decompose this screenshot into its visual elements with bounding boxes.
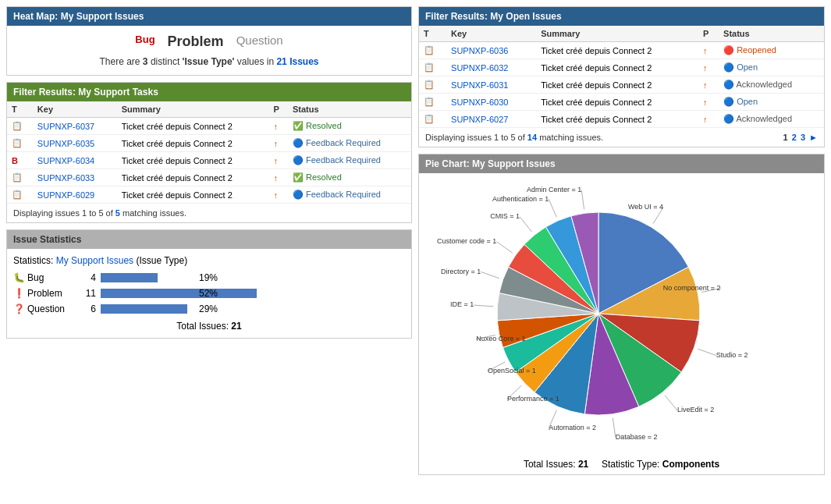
tasks-table: T Key Summary P Status 📋 SUPNXP-6037 Tic… <box>7 101 411 204</box>
row-type-icon: 📋 <box>419 42 446 59</box>
row-type-icon: 📋 <box>419 94 446 111</box>
pie-chart-header: Pie Chart: My Support Issues <box>419 154 824 173</box>
row-priority: ↑ <box>268 169 287 186</box>
row-status: ✅ Resolved <box>288 169 411 186</box>
pie-label: Web UI = 4 <box>628 203 663 211</box>
tasks-table-header-row: T Key Summary P Status <box>7 101 411 118</box>
issue-type-count: 3 <box>143 56 148 67</box>
heatmap-description: There are 3 distinct 'Issue Type' values… <box>15 56 403 67</box>
open-issues-total-link[interactable]: 14 <box>527 133 537 142</box>
row-key[interactable]: SUPNXP-6035 <box>33 135 117 152</box>
row-key[interactable]: SUPNXP-6027 <box>446 111 536 128</box>
table-row: B SUPNXP-6034 Ticket créé depuis Connect… <box>7 152 411 169</box>
row-summary: Ticket créé depuis Connect 2 <box>117 186 269 204</box>
row-status: 🔵 Feedback Required <box>288 186 411 204</box>
pie-label: Authentication = 1 <box>492 195 548 203</box>
open-issues-body: 📋 SUPNXP-6036 Ticket créé depuis Connect… <box>419 42 824 128</box>
row-type-icon: 📋 <box>7 169 33 186</box>
row-priority: ↑ <box>268 152 287 169</box>
row-type-icon: 📋 <box>419 59 446 76</box>
pie-label: Studio = 2 <box>716 351 748 359</box>
table-row: 📋 SUPNXP-6027 Ticket créé depuis Connect… <box>419 111 824 128</box>
stat-count: 4 <box>80 272 96 283</box>
stats-type-text: (Issue Type) <box>136 255 187 266</box>
row-priority: ↑ <box>698 111 719 128</box>
stat-type-name: Problem <box>27 288 62 299</box>
row-key[interactable]: SUPNXP-6034 <box>33 152 117 169</box>
open-issues-panel: Filter Results: My Open Issues T Key Sum… <box>418 6 825 147</box>
pie-label: CMIS = 1 <box>490 212 520 220</box>
col-type: T <box>7 101 33 118</box>
row-key[interactable]: SUPNXP-6037 <box>33 118 117 135</box>
row-key[interactable]: SUPNXP-6032 <box>446 59 536 76</box>
table-row: 📋 SUPNXP-6029 Ticket créé depuis Connect… <box>7 186 411 204</box>
row-priority: ↑ <box>698 76 719 94</box>
stat-bar <box>101 304 187 314</box>
stat-bar-container <box>101 273 194 282</box>
row-priority: ↑ <box>698 42 719 59</box>
heatmap-issues-link[interactable]: 21 Issues <box>276 56 318 67</box>
page-2-link[interactable]: 2 <box>792 133 797 142</box>
row-status: 🔵 Feedback Required <box>288 135 411 152</box>
stats-issues-link[interactable]: My Support Issues <box>56 255 133 266</box>
heatmap-header: Heat Map: My Support Issues <box>7 7 411 26</box>
pie-chart-panel: Pie Chart: My Support Issues Web UI = 4N… <box>418 154 825 475</box>
issue-type-display: Bug Problem Question <box>15 34 403 50</box>
row-key[interactable]: SUPNXP-6036 <box>446 42 536 59</box>
svg-line-9 <box>474 305 493 307</box>
oi-col-key: Key <box>446 26 536 42</box>
row-summary: Ticket créé depuis Connect 2 <box>536 76 698 94</box>
row-summary: Ticket créé depuis Connect 2 <box>536 111 698 128</box>
row-summary: Ticket créé depuis Connect 2 <box>117 152 269 169</box>
problem-icon: ❗ <box>13 288 25 299</box>
stats-total-label: Total Issues: <box>176 321 229 332</box>
page-3-link[interactable]: 3 <box>801 133 805 142</box>
row-status: 🔵 Open <box>719 59 824 76</box>
stat-label: ❓ Question <box>13 303 76 314</box>
issue-type-bold: 'Issue Type' <box>183 56 235 67</box>
open-issues-footer: Displaying issues 1 to 5 of 14 matching … <box>419 128 824 147</box>
svg-line-2 <box>698 349 716 355</box>
row-key[interactable]: SUPNXP-6029 <box>33 186 117 204</box>
row-key[interactable]: SUPNXP-6031 <box>446 76 536 94</box>
table-row: 📋 SUPNXP-6036 Ticket créé depuis Connect… <box>419 42 824 59</box>
row-type-icon: 📋 <box>419 111 446 128</box>
pie-label: Nuxeo Core = 1 <box>476 335 525 343</box>
stat-bar-container <box>101 289 194 298</box>
tasks-total-link[interactable]: 5 <box>115 208 120 218</box>
row-status: 🔵 Acknowledged <box>719 76 824 94</box>
statistics-subtitle: Statistics: My Support Issues (Issue Typ… <box>13 255 405 266</box>
tasks-panel: Filter Results: My Support Tasks T Key S… <box>6 82 412 223</box>
svg-line-14 <box>581 190 584 209</box>
col-status: Status <box>288 101 411 118</box>
row-status: 🔴 Reopened <box>719 42 824 59</box>
row-priority: ↑ <box>268 118 287 135</box>
stats-label: Statistics: <box>13 255 56 266</box>
row-key[interactable]: SUPNXP-6033 <box>33 169 117 186</box>
stat-percent: 19% <box>199 272 222 283</box>
open-issues-header-row: T Key Summary P Status <box>419 26 824 42</box>
list-item: ❓ Question 6 29% <box>13 303 405 314</box>
stat-type-name: Question <box>27 303 65 314</box>
row-type-icon: 📋 <box>7 118 33 135</box>
row-status: 🔵 Open <box>719 94 824 111</box>
row-key[interactable]: SUPNXP-6030 <box>446 94 536 111</box>
next-page-link[interactable]: ► <box>809 133 818 142</box>
pie-label: Admin Center = 1 <box>526 186 581 193</box>
table-row: 📋 SUPNXP-6031 Ticket créé depuis Connect… <box>419 76 824 94</box>
statistics-rows: 🐛 Bug 4 19% ❗ Problem 11 52% ❓ Question <box>13 272 405 314</box>
row-summary: Ticket créé depuis Connect 2 <box>536 42 698 59</box>
page-1[interactable]: 1 <box>783 133 788 142</box>
pie-label: OpenSocial = 1 <box>487 367 535 374</box>
row-priority: ↑ <box>268 186 287 204</box>
pie-chart-svg: Web UI = 4No component = 2Studio = 2Live… <box>442 181 801 446</box>
stat-count: 11 <box>80 288 96 299</box>
row-type-icon: 📋 <box>419 76 446 94</box>
row-type-icon: 📋 <box>7 135 33 152</box>
stat-label: 🐛 Bug <box>13 272 76 283</box>
tasks-footer: Displaying issues 1 to 5 of 5 matching i… <box>7 204 411 222</box>
row-summary: Ticket créé depuis Connect 2 <box>536 59 698 76</box>
statistics-body: Statistics: My Support Issues (Issue Typ… <box>7 249 411 338</box>
bug-icon: 🐛 <box>13 272 25 283</box>
stat-bar <box>101 273 158 282</box>
